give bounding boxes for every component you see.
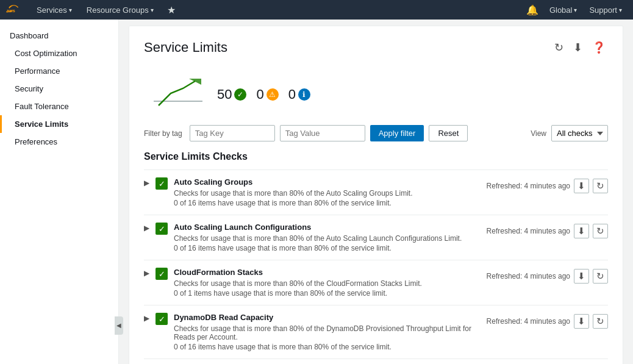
- download-check-button[interactable]: ⬇: [574, 269, 589, 284]
- warning-badge: ⚠: [266, 88, 279, 101]
- check-actions: Refreshed: 4 minutes ago ⬇ ↻: [487, 314, 608, 329]
- refreshed-label: Refreshed: 4 minutes ago: [487, 272, 570, 280]
- info-number: 0: [288, 87, 296, 102]
- check-desc2: 0 of 16 items have usage that is more th…: [174, 244, 481, 252]
- top-navigation: aws Services ▾ Resource Groups ▾ ★ 🔔 Glo…: [0, 0, 633, 20]
- header-actions: ↻ ⬇ ❓: [552, 38, 608, 57]
- check-content: DynamoDB Read Capacity Checks for usage …: [174, 313, 481, 351]
- check-expand-icon[interactable]: ▶: [144, 179, 149, 187]
- check-name: Auto Scaling Groups: [174, 177, 481, 187]
- content-panel: Service Limits ↻ ⬇ ❓: [129, 26, 623, 364]
- download-check-button[interactable]: ⬇: [574, 179, 589, 193]
- view-section: View All checks: [531, 125, 608, 141]
- sidebar-item-performance[interactable]: Performance: [0, 62, 118, 80]
- bookmark-icon[interactable]: ★: [163, 4, 179, 16]
- check-row: ▶ ✓ DynamoDB Read Capacity Checks for us…: [144, 305, 608, 359]
- checks-title: Service Limits Checks: [144, 151, 608, 162]
- check-desc1: Checks for usage that is more than 80% o…: [174, 189, 481, 198]
- check-name: DynamoDB Read Capacity: [174, 313, 481, 322]
- refreshed-label: Refreshed: 4 minutes ago: [487, 182, 570, 190]
- support-nav[interactable]: Support ▾: [584, 5, 627, 15]
- check-desc2: 0 of 1 items have usage that is more tha…: [174, 289, 481, 298]
- refresh-check-button[interactable]: ↻: [593, 314, 608, 329]
- check-actions: Refreshed: 4 minutes ago ⬇ ↻: [487, 179, 608, 193]
- info-badge: ℹ: [298, 88, 310, 101]
- sidebar-item-service-limits[interactable]: Service Limits: [0, 115, 118, 133]
- refresh-check-button[interactable]: ↻: [593, 179, 608, 193]
- chart-graphic: [154, 76, 202, 113]
- sidebar-item-cost-optimization[interactable]: Cost Optimization: [0, 45, 118, 62]
- svg-text:aws: aws: [7, 8, 15, 13]
- check-expand-icon[interactable]: ▶: [144, 224, 149, 232]
- check-row: ▶ ✓ CloudFormation Stacks Checks for usa…: [144, 260, 608, 305]
- check-name: Auto Scaling Launch Configurations: [174, 223, 481, 232]
- check-desc1: Checks for usage that is more than 80% o…: [174, 279, 481, 288]
- info-count: 0 ℹ: [288, 87, 310, 102]
- checks-list: ▶ ✓ Auto Scaling Groups Checks for usage…: [144, 170, 608, 364]
- reset-button[interactable]: Reset: [429, 125, 468, 141]
- check-expand-icon[interactable]: ▶: [144, 269, 149, 277]
- resource-groups-nav[interactable]: Resource Groups ▾: [82, 5, 159, 15]
- check-status-badge: ✓: [156, 177, 168, 190]
- aws-logo[interactable]: aws: [6, 4, 23, 15]
- check-name: CloudFormation Stacks: [174, 268, 481, 277]
- svg-rect-1: [154, 101, 202, 102]
- sidebar-item-fault-tolerance[interactable]: Fault Tolerance: [0, 98, 118, 115]
- help-button[interactable]: ❓: [590, 38, 608, 57]
- sidebar-item-preferences[interactable]: Preferences: [0, 133, 118, 151]
- check-desc1: Checks for usage that is more than 80% o…: [174, 324, 481, 341]
- sidebar-item-security[interactable]: Security: [0, 80, 118, 98]
- tag-key-input[interactable]: [190, 125, 275, 141]
- refreshed-label: Refreshed: 4 minutes ago: [487, 227, 570, 235]
- refresh-check-button[interactable]: ↻: [593, 224, 608, 238]
- check-expand-icon[interactable]: ▶: [144, 314, 149, 323]
- check-status-badge: ✓: [156, 268, 168, 280]
- check-status-badge: ✓: [156, 223, 168, 235]
- check-status-badge: ✓: [156, 313, 168, 325]
- check-desc2: 0 of 16 items have usage that is more th…: [174, 343, 481, 351]
- refresh-check-button[interactable]: ↻: [593, 269, 608, 284]
- check-content: Auto Scaling Launch Configurations Check…: [174, 223, 481, 252]
- check-row: ▶ ✓ Auto Scaling Launch Configurations C…: [144, 215, 608, 260]
- warning-number: 0: [256, 87, 263, 102]
- warning-count: 0 ⚠: [256, 87, 278, 102]
- bell-icon[interactable]: 🔔: [523, 4, 542, 16]
- main-content: Service Limits ↻ ⬇ ❓: [119, 20, 633, 364]
- download-check-button[interactable]: ⬇: [574, 314, 589, 329]
- view-label: View: [531, 129, 546, 138]
- ok-count: 50 ✓: [217, 87, 246, 102]
- check-actions: Refreshed: 4 minutes ago ⬇ ↻: [487, 269, 608, 284]
- page-title: Service Limits: [144, 40, 227, 55]
- apply-filter-button[interactable]: Apply filter: [370, 125, 424, 141]
- summary-section: 50 ✓ 0 ⚠ 0 ℹ: [144, 66, 608, 125]
- tag-value-input[interactable]: [280, 125, 365, 141]
- check-content: CloudFormation Stacks Checks for usage t…: [174, 268, 481, 298]
- ok-badge: ✓: [234, 88, 246, 101]
- refresh-button[interactable]: ↻: [552, 38, 566, 57]
- check-desc1: Checks for usage that is more than 80% o…: [174, 234, 481, 243]
- ok-number: 50: [217, 87, 232, 102]
- global-nav[interactable]: Global ▾: [545, 5, 582, 15]
- sidebar-item-dashboard[interactable]: Dashboard: [0, 27, 118, 45]
- sidebar-collapse-handle[interactable]: ◀: [115, 316, 123, 335]
- check-desc2: 0 of 16 items have usage that is more th…: [174, 199, 481, 207]
- check-content: Auto Scaling Groups Checks for usage tha…: [174, 177, 481, 207]
- download-check-button[interactable]: ⬇: [574, 224, 589, 238]
- download-button[interactable]: ⬇: [571, 38, 585, 57]
- filter-section: Filter by tag Apply filter Reset View Al…: [144, 125, 608, 141]
- services-nav[interactable]: Services ▾: [32, 5, 77, 15]
- summary-counts: 50 ✓ 0 ⚠ 0 ℹ: [217, 87, 310, 102]
- check-actions: Refreshed: 4 minutes ago ⬇ ↻: [487, 224, 608, 238]
- view-select[interactable]: All checks: [551, 125, 608, 141]
- sidebar: Dashboard Cost Optimization Performance …: [0, 20, 119, 364]
- filter-by-tag-label: Filter by tag: [144, 129, 182, 138]
- refreshed-label: Refreshed: 4 minutes ago: [487, 317, 570, 326]
- check-row: ▶ ✓ DynamoDB Write Capacity Checks for u…: [144, 359, 608, 364]
- page-header: Service Limits ↻ ⬇ ❓: [144, 38, 608, 57]
- check-row: ▶ ✓ Auto Scaling Groups Checks for usage…: [144, 170, 608, 215]
